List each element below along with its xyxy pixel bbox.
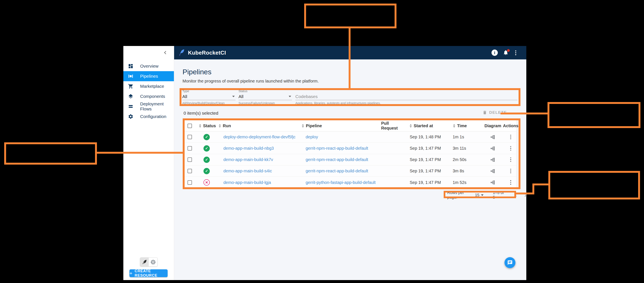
topbar-actions: i [492, 50, 517, 56]
gear-icon [128, 114, 134, 119]
sidebar-item-overview[interactable]: Overview [123, 61, 174, 71]
chat-bubble-icon [507, 260, 513, 265]
selection-count: 0 item(s) selected [184, 111, 218, 116]
annotation-callout-filters [304, 4, 396, 28]
view-mode-toggle [140, 257, 158, 267]
create-resource-label: CREATE RESOURCE [135, 269, 168, 278]
annotation-outline-pagination [444, 191, 516, 198]
stacked-bars-icon [128, 104, 134, 109]
sidebar-item-pipelines[interactable]: Pipelines [123, 71, 174, 81]
kubernetes-view-button[interactable] [149, 257, 157, 266]
annotation-connector-table [97, 152, 183, 154]
sidebar-item-components[interactable]: Components [123, 91, 174, 101]
annotation-connector-pagination [516, 192, 534, 194]
create-resource-button[interactable]: + CREATE RESOURCE [130, 269, 168, 277]
annotation-connector-delete [500, 113, 548, 114]
krci-view-button[interactable] [140, 257, 149, 266]
notifications-bell-icon[interactable] [503, 50, 509, 56]
annotation-outline-filters [180, 88, 520, 106]
kuberocketci-logo [179, 49, 185, 56]
annotation-callout-table [4, 142, 97, 165]
annotation-callout-pagination [548, 171, 640, 199]
sidebar-item-deployment-flows[interactable]: Deployment Flows [123, 101, 174, 112]
sidebar-item-label: Components [140, 94, 165, 99]
sidebar-item-label: Overview [140, 64, 158, 69]
kubernetes-icon [150, 259, 156, 265]
chat-fab-button[interactable] [504, 257, 516, 268]
sidebar-item-label: Configuration [140, 114, 166, 119]
annotation-callout-delete [548, 102, 640, 128]
dashboard-icon [128, 63, 134, 69]
app-title: KubeRocketCI [188, 50, 226, 56]
feather-icon [142, 259, 147, 265]
plus-icon: + [130, 271, 132, 276]
annotation-connector-filters [349, 28, 350, 88]
kebab-menu-icon[interactable] [514, 50, 517, 56]
sidebar: Overview Pipelines Marketplace Component… [123, 46, 174, 280]
page-title: Pipelines [182, 68, 212, 76]
page-subtitle: Monitor the progress of overall pipeline… [182, 79, 319, 84]
annotation-outline-table [183, 118, 520, 189]
pipelines-icon [128, 74, 134, 79]
sidebar-collapse-icon[interactable] [162, 50, 168, 56]
trash-icon [482, 110, 487, 115]
shopping-cart-icon [128, 84, 134, 89]
sidebar-item-label: Pipelines [140, 74, 158, 79]
screenshot-canvas: Overview Pipelines Marketplace Component… [0, 0, 644, 283]
notification-badge [507, 49, 510, 52]
sidebar-item-label: Deployment Flows [140, 101, 174, 112]
sidebar-item-configuration[interactable]: Configuration [123, 112, 174, 122]
sidebar-item-marketplace[interactable]: Marketplace [123, 81, 174, 91]
sidebar-nav: Overview Pipelines Marketplace Component… [123, 61, 174, 122]
layers-icon [128, 94, 134, 99]
info-icon[interactable]: i [492, 50, 498, 56]
sidebar-item-label: Marketplace [140, 84, 164, 89]
annotation-connector-pagination [532, 183, 548, 185]
